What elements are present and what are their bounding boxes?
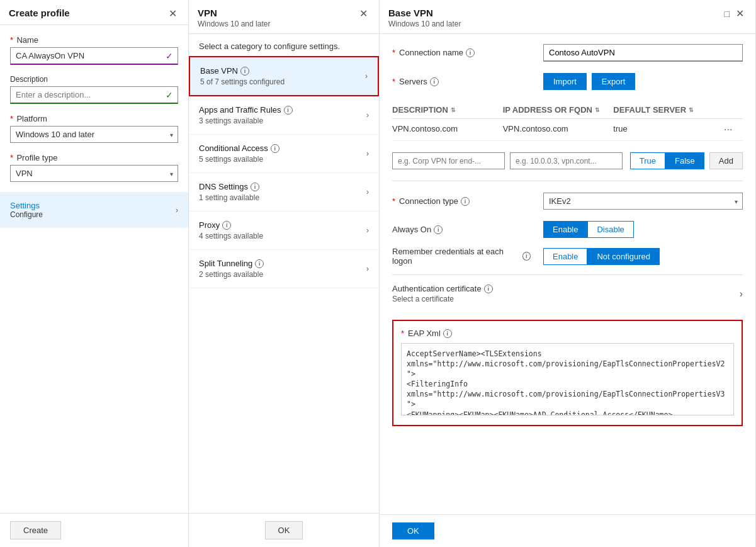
name-input[interactable] [10,47,178,65]
panel1-content: * Name ✓ Description ✓ * Platform Window… [0,25,188,513]
connection-type-info-icon[interactable]: i [461,197,470,206]
platform-field-group: * Platform Windows 10 and later ▾ [10,114,178,143]
description-add-input[interactable] [392,152,505,169]
panel3-ok-button[interactable]: OK [392,522,434,539]
connection-type-select-wrapper: IKEv2 ▾ [543,193,743,210]
auth-cert-sub: Select a certificate [392,295,740,303]
description-input[interactable] [10,86,178,104]
name-check-icon: ✓ [166,51,173,61]
remember-enable-button[interactable]: Enable [543,248,587,265]
eap-xml-textarea[interactable]: AcceptServerName><TLSExtensions xmlns="h… [401,343,734,415]
dns-chevron-right-icon: › [366,188,369,196]
settings-chevron-right-icon: › [176,206,178,215]
ip-add-input[interactable] [510,152,623,169]
servers-row: * Servers i Import Export [392,73,743,90]
apps-traffic-info-icon[interactable]: i [284,106,293,115]
row-dots-button[interactable]: ··· [724,124,732,135]
category-item-left-split: Split Tunneling i 2 settings available [199,259,264,279]
settings-text-group: Settings Configure [10,201,43,219]
name-input-wrapper: ✓ [10,47,178,65]
panel3-content: * Connection name i * Servers i Import E… [380,34,755,514]
panel2-close-button[interactable]: ✕ [357,8,370,20]
category-title-base-vpn: Base VPN i [200,66,285,76]
row-ip-cell: VPN.contoso.com [503,124,614,135]
desc-sort-icon[interactable]: ⇅ [451,107,456,113]
true-toggle-button[interactable]: True [630,152,665,169]
eap-xml-info-icon[interactable]: i [443,329,452,338]
category-title-conditional: Conditional Access i [199,144,279,153]
panel3-subtitle: Windows 10 and later [388,20,461,28]
category-item-left-proxy: Proxy i 4 settings available [199,220,263,240]
import-button[interactable]: Import [543,73,587,90]
conditional-access-info-icon[interactable]: i [271,144,279,153]
vpn-panel: VPN Windows 10 and later ✕ Select a cate… [189,0,380,547]
panel1-close-button[interactable]: ✕ [166,8,179,20]
description-check-icon: ✓ [166,90,173,100]
row-default-cell: true [613,124,724,135]
profile-type-select-wrapper: VPN ▾ [10,165,178,182]
always-on-label: Always On i [392,225,531,234]
auth-cert-title: Authentication certificate i [392,284,740,293]
base-vpn-panel: Base VPN Windows 10 and later □ ✕ * Conn… [380,0,756,547]
desc-column-header: DESCRIPTION ⇅ [392,105,503,115]
category-item-proxy[interactable]: Proxy i 4 settings available › [189,211,379,250]
export-button[interactable]: Export [592,73,636,90]
platform-select[interactable]: Windows 10 and later [10,126,178,143]
always-on-disable-button[interactable]: Disable [587,221,633,238]
description-field-group: Description ✓ [10,75,178,104]
table-row: VPN.contoso.com VPN.contoso.com true ··· [392,119,743,141]
category-item-base-vpn[interactable]: Base VPN i 5 of 7 settings configured › [189,56,379,96]
servers-info-icon[interactable]: i [430,77,439,86]
always-on-info-icon[interactable]: i [434,225,443,234]
connection-type-select[interactable]: IKEv2 [543,193,743,210]
split-tunneling-info-icon[interactable]: i [255,259,264,268]
panel3-close-button[interactable]: ✕ [733,8,747,20]
divider-1 [392,181,743,181]
always-on-enable-button[interactable]: Enable [543,221,587,238]
category-item-split-tunneling[interactable]: Split Tunneling i 2 settings available › [189,250,379,288]
panel1-title-group: Create profile [9,8,70,18]
default-sort-icon[interactable]: ⇅ [689,107,694,113]
panel2-ok-button[interactable]: OK [265,521,303,539]
connection-name-info-icon[interactable]: i [466,48,475,57]
remember-not-configured-button[interactable]: Not configured [587,248,660,265]
servers-label: * Servers i [392,73,531,86]
description-label: Description [10,75,178,84]
category-sub-conditional: 5 settings available [199,155,279,164]
connection-name-row: * Connection name i [392,44,743,62]
proxy-info-icon[interactable]: i [222,221,231,230]
connection-name-input[interactable] [543,44,743,62]
panel3-header: Base VPN Windows 10 and later □ ✕ [380,0,755,34]
create-button[interactable]: Create [10,521,61,539]
server-add-row: True False Add [392,152,743,169]
panel3-header-buttons: □ ✕ [722,8,747,20]
base-vpn-chevron-right-icon: › [365,72,368,81]
category-title-split: Split Tunneling i [199,259,264,268]
category-item-conditional-access[interactable]: Conditional Access i 5 settings availabl… [189,135,379,173]
conditional-access-chevron-right-icon: › [366,149,369,158]
panel3-maximize-button[interactable]: □ [722,9,732,19]
panel2-content: Select a category to configure settings.… [189,34,379,513]
category-item-dns[interactable]: DNS Settings i 1 setting available › [189,173,379,211]
remember-credentials-info-icon[interactable]: i [522,252,531,261]
category-item-apps-traffic[interactable]: Apps and Traffic Rules i 3 settings avai… [189,96,379,135]
connection-type-label: * Connection type i [392,196,531,206]
always-on-row: Always On i Enable Disable [392,221,743,238]
profile-type-select[interactable]: VPN [10,165,178,182]
apps-traffic-chevron-right-icon: › [366,111,369,120]
platform-select-wrapper: Windows 10 and later ▾ [10,126,178,143]
dns-info-icon[interactable]: i [251,183,259,191]
auth-cert-row: Authentication certificate i Select a ce… [392,274,743,312]
platform-label: * Platform [10,114,178,123]
eap-xml-label: * EAP Xml i [401,329,734,338]
row-actions-cell: ··· [724,124,743,135]
create-profile-panel: Create profile ✕ * Name ✓ Description ✓ … [0,0,189,547]
add-server-button[interactable]: Add [709,152,743,169]
base-vpn-info-icon[interactable]: i [240,67,249,76]
profile-type-label: * Profile type [10,153,178,162]
proxy-chevron-right-icon: › [366,226,369,235]
false-toggle-button[interactable]: False [665,152,704,169]
settings-configure-item[interactable]: Settings Configure › [0,192,188,228]
auth-cert-info-icon[interactable]: i [484,285,493,293]
ip-sort-icon[interactable]: ⇅ [595,107,600,113]
